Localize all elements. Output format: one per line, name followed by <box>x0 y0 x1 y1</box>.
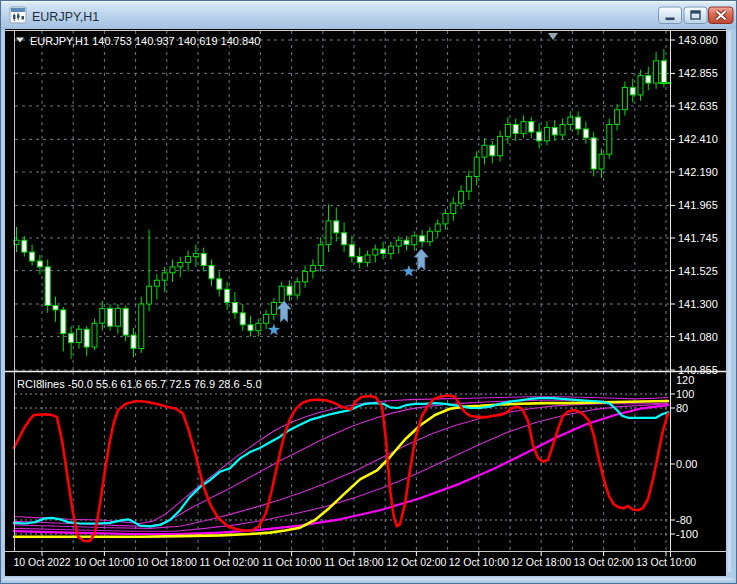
maximize-button[interactable] <box>684 7 707 24</box>
price-scale-area[interactable] <box>671 31 726 551</box>
title-bar[interactable] <box>1 1 736 29</box>
price-chart-area[interactable] <box>15 31 670 371</box>
minimize-icon <box>666 18 675 21</box>
indicator-chart-area[interactable] <box>15 372 670 551</box>
window-title: EURJPY,H1 <box>32 10 99 24</box>
time-scale-area[interactable] <box>5 552 726 575</box>
title-bar-highlight <box>1 1 736 3</box>
minimize-button[interactable] <box>659 7 682 24</box>
chart-window: EURJPY,H1 EURJPY,H1 140.753 140.937 14 <box>0 0 737 584</box>
close-button[interactable] <box>709 7 734 24</box>
bottom-border-highlight <box>3 578 733 581</box>
right-border-highlight <box>728 31 732 572</box>
window-icon[interactable] <box>10 7 26 23</box>
